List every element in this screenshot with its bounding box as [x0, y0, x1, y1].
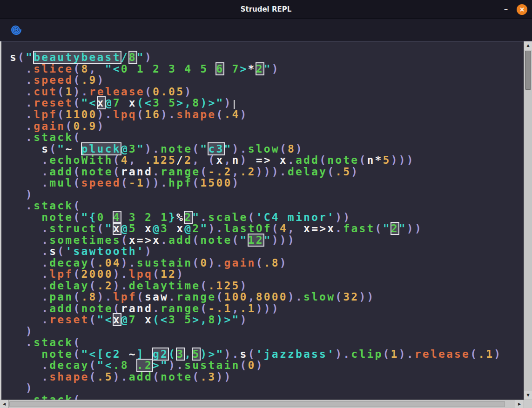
code-line[interactable]: s("beautybeast/8") [10, 52, 524, 63]
code-editor[interactable]: s("beautybeast/8") .slice(8, "<0 1 2 3 4… [1, 41, 524, 400]
scroll-down-button[interactable]: ▼ [524, 391, 532, 400]
code-line[interactable]: .gain(0.9) [10, 120, 524, 132]
code-token: , [89, 63, 105, 75]
code-token: . [176, 359, 184, 371]
code-token: ) [296, 143, 303, 155]
code-token: . [105, 108, 113, 120]
code-token: "{ [81, 211, 97, 223]
code-line[interactable]: .reset("<x@7 x(<3 5>,8)>") [10, 314, 524, 326]
code-token: add [49, 302, 73, 314]
code-token: 0 [97, 211, 113, 223]
vertical-scrollbar-thumb[interactable] [525, 51, 531, 90]
code-token: ) [240, 108, 248, 120]
code-token: ) [113, 280, 121, 292]
code-token: clip [351, 348, 383, 360]
code-line[interactable]: .shape(.5).add(note(.3)) [10, 371, 524, 383]
code-line[interactable]: .speed(.9) [10, 74, 524, 86]
scroll-left-button[interactable]: ◀ [0, 400, 9, 408]
code-line[interactable]: s("~ pluck@3").note("c3").slow(8) [10, 143, 524, 155]
code-token: . [232, 348, 240, 360]
code-line[interactable]: .delay(.2).delaytime(.125) [10, 280, 524, 292]
code-token: ( [137, 108, 145, 120]
code-token: ] [137, 348, 153, 360]
code-token: ) [184, 86, 192, 98]
code-line[interactable]: .decay("<.8 .2>").sustain(0) [10, 360, 524, 371]
code-token: 5 [184, 314, 192, 326]
code-token [10, 245, 41, 257]
code-line[interactable]: .add(note(rand.range(-.2,.2))).delay(.5) [10, 166, 524, 178]
code-token: 0 1 2 3 4 5 [121, 63, 216, 75]
code-line[interactable]: .s('sawtooth') [10, 246, 524, 257]
code-token: "< [97, 359, 113, 371]
code-token: ) [97, 291, 105, 303]
code-token: ( [280, 143, 288, 155]
code-line[interactable]: .sometimes(x=>x.add(note("12"))) [10, 234, 524, 246]
code-token: reset [34, 97, 73, 109]
close-button[interactable]: × [517, 4, 527, 15]
code-token: )) [407, 222, 423, 234]
code-token: " [200, 143, 208, 155]
active-event-highlight: 2 [391, 222, 399, 234]
code-line[interactable]: .cut(1).release(0.05) [10, 86, 524, 98]
code-line[interactable]: .struct("x@5 x@3 x@2").lastOf(4, x=>x.fa… [10, 223, 524, 234]
title-bar[interactable]: Strudel REPL – × [0, 0, 532, 19]
code-token: ) [145, 51, 153, 63]
strudel-logo-icon[interactable] [9, 23, 23, 37]
code-token: . [81, 86, 89, 98]
scroll-right-button[interactable]: ▶ [515, 400, 524, 408]
code-token: . [26, 97, 34, 109]
code-token: ( [65, 120, 73, 132]
code-line[interactable]: .stack( [10, 132, 524, 143]
code-token: ( [208, 154, 216, 166]
code-line[interactable]: .pan(.8).lpf(saw.range(100,8000).slow(32… [10, 291, 524, 303]
code-token: add [49, 166, 73, 178]
code-line[interactable]: ) [10, 189, 524, 201]
code-token: . [41, 314, 49, 326]
code-line[interactable]: .stack( [10, 394, 524, 400]
scroll-up-button[interactable]: ▲ [524, 41, 532, 50]
horizontal-scrollbar-thumb[interactable] [9, 401, 505, 407]
editor-area: s("beautybeast/8") .slice(8, "<0 1 2 3 4… [0, 41, 532, 408]
code-token: add [168, 234, 192, 246]
code-line[interactable]: ) [10, 326, 524, 337]
code-token: 3 [161, 222, 168, 234]
code-token: ( [200, 166, 208, 178]
code-line[interactable]: ) [10, 382, 524, 394]
code-token: " [399, 222, 407, 234]
code-token: 2000 [81, 268, 113, 280]
code-token: " [192, 211, 200, 223]
code-token: ( [73, 336, 81, 348]
code-token [10, 74, 26, 86]
vertical-scrollbar[interactable]: ▲ ▼ [524, 41, 532, 400]
code-line[interactable]: note("{0 4 3 2 1}%2".scale('C4 minor')) [10, 212, 524, 223]
code-token: ( [89, 371, 97, 383]
code-line[interactable]: .decay(.04).sustain(0).gain(.8) [10, 257, 524, 269]
code-line[interactable]: .lpf(2000).lpq(12) [10, 268, 524, 280]
code-token: 'sawtooth' [65, 245, 144, 257]
code-token: ( [73, 268, 81, 280]
horizontal-scrollbar[interactable]: ◀ ▶ [0, 400, 524, 408]
code-line[interactable]: .echoWith(4, .125/2, (x,n) => x.add(note… [10, 154, 524, 166]
code-line[interactable]: .stack( [10, 200, 524, 212]
code-token: 'C4 minor' [256, 211, 335, 223]
code-token [168, 222, 176, 234]
minimize-button[interactable]: – [501, 5, 511, 14]
code-line[interactable]: .slice(8, "<0 1 2 3 4 5 6 7>*2") [10, 63, 524, 75]
code-line[interactable]: .add(note(rand.range(-.1,.1))) [10, 303, 524, 314]
code-token: ))) [256, 302, 280, 314]
text-caret [234, 100, 235, 109]
code-token: ) [240, 280, 248, 292]
code-token: 0 [248, 359, 256, 371]
scrollbar-corner [524, 400, 532, 408]
code-token: @ [121, 314, 129, 326]
code-token: . [26, 63, 34, 75]
code-line[interactable]: note("<[c2 ~] g2(3,5)>").s('jazzbass').c… [10, 348, 524, 360]
code-line[interactable]: .stack( [10, 337, 524, 348]
code-viewport[interactable]: s("beautybeast/8") .slice(8, "<0 1 2 3 4… [0, 41, 524, 400]
code-token: . [296, 291, 303, 303]
code-token: . [121, 371, 129, 383]
code-token: .9 [81, 74, 97, 86]
code-line[interactable]: .reset("<x@7 x(<3 5>,8)>") [10, 97, 524, 109]
code-line[interactable]: .mul(speed(-1)).hpf(1500) [10, 177, 524, 189]
code-line[interactable]: .lpf(1100).lpq(16).shape(.4) [10, 109, 524, 120]
